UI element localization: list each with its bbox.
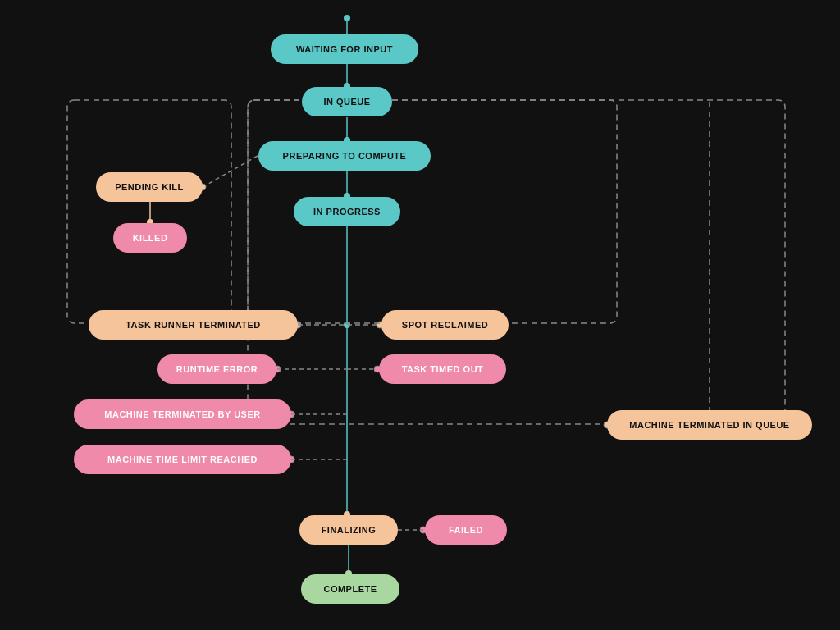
spotreclaimed-label: SPOT RECLAIMED	[402, 320, 488, 330]
machine-time-limit-node: MACHINE TIME LIMIT REACHED	[74, 445, 291, 474]
machine-terminated-in-queue-node: MACHINE TERMINATED IN QUEUE	[607, 410, 812, 440]
in-queue-node: IN QUEUE	[302, 87, 392, 116]
finalizing-node: FINALIZING	[299, 515, 398, 545]
preparing-label: PREPARING TO COMPUTE	[283, 151, 407, 161]
svg-point-0	[344, 15, 350, 21]
task-timed-out-node: TASK TIMED OUT	[379, 354, 506, 384]
killed-node: KILLED	[113, 223, 187, 253]
killed-label: KILLED	[133, 233, 168, 243]
machinetermqueue-label: MACHINE TERMINATED IN QUEUE	[629, 420, 789, 430]
complete-node: COMPLETE	[301, 574, 399, 604]
task-runner-terminated-node: TASK RUNNER TERMINATED	[89, 310, 298, 340]
pending-kill-node: PENDING KILL	[96, 172, 203, 202]
waiting-label: WAITING FOR INPUT	[296, 44, 393, 54]
pendingkill-label: PENDING KILL	[115, 182, 184, 192]
complete-label: COMPLETE	[323, 584, 377, 594]
inprogress-label: IN PROGRESS	[313, 207, 381, 217]
svg-rect-21	[67, 100, 231, 323]
finalizing-label: FINALIZING	[322, 525, 377, 535]
runtimeerror-label: RUNTIME ERROR	[176, 364, 258, 374]
failed-node: FAILED	[425, 515, 507, 545]
in-progress-node: IN PROGRESS	[294, 197, 400, 226]
tasktimedout-label: TASK TIMED OUT	[402, 364, 484, 374]
machinetimelimit-label: MACHINE TIME LIMIT REACHED	[107, 454, 258, 464]
taskrunner-label: TASK RUNNER TERMINATED	[126, 320, 261, 330]
svg-line-26	[203, 156, 258, 187]
waiting-for-input-node: WAITING FOR INPUT	[271, 34, 418, 64]
failed-label: FAILED	[449, 525, 483, 535]
runtime-error-node: RUNTIME ERROR	[158, 354, 276, 384]
machinetermuser-label: MACHINE TERMINATED BY USER	[104, 409, 260, 419]
inqueue-label: IN QUEUE	[323, 97, 370, 107]
spot-reclaimed-node: SPOT RECLAIMED	[381, 310, 509, 340]
preparing-node: PREPARING TO COMPUTE	[258, 141, 431, 171]
machine-terminated-by-user-node: MACHINE TERMINATED BY USER	[74, 399, 291, 429]
